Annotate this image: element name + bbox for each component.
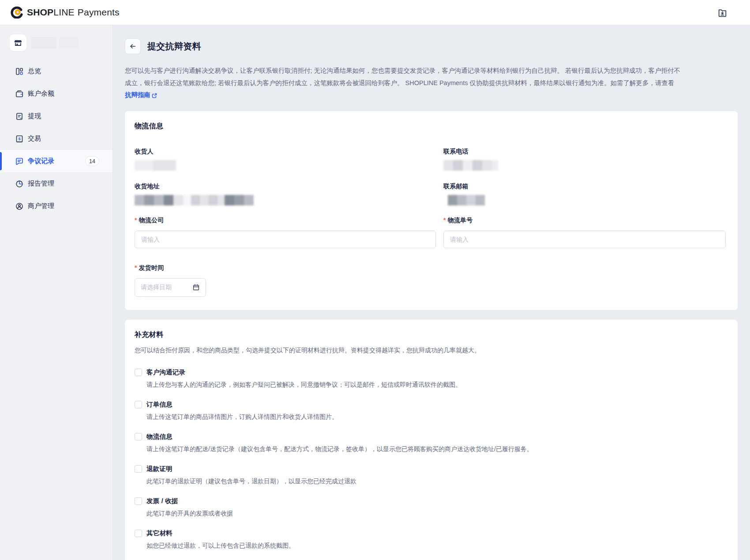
checkbox[interactable]: [135, 530, 142, 537]
intro-paragraph: 您可以先与客户进行沟通解决交易争议，让客户联系银行取消拒付; 无论沟通结果如何，…: [125, 65, 682, 101]
merchant-switcher[interactable]: [10, 34, 112, 51]
shopline-logo: SHOPLINEPayments: [11, 6, 120, 19]
shopline-logo-mark: [11, 6, 23, 19]
material-label[interactable]: 退款证明: [146, 465, 172, 473]
checkbox[interactable]: [135, 465, 142, 473]
sidebar-item-disputes[interactable]: 争议记录 14: [0, 150, 112, 172]
sidebar-item-label: 争议记录: [28, 157, 54, 165]
material-item-invoice: 发票 / 收据 此笔订单的开具的发票或者收据: [135, 497, 726, 518]
logistics-card-title: 物流信息: [135, 122, 726, 131]
material-desc: 此笔订单的开具的发票或者收据: [146, 509, 726, 518]
field-label: 联系电话: [443, 148, 726, 156]
field-consignee: 收货人: [135, 148, 436, 171]
sidebar-nav: 总览 账户余额 提现 $ 交易: [0, 60, 112, 217]
required-star: *: [135, 217, 137, 224]
sidebar-item-label: 账户余额: [28, 90, 54, 98]
dispute-count-badge: 14: [85, 156, 99, 166]
material-item-other: 其它材料 如您已经做过退款，可以上传包含已退款的系统截图。: [135, 529, 726, 550]
sidebar-item-account-balance[interactable]: 账户余额: [0, 82, 112, 105]
field-logistics-company: *物流公司: [135, 217, 436, 248]
field-ship-date: *发货时间 请选择日期: [135, 264, 726, 297]
checkbox[interactable]: [135, 433, 142, 441]
material-item-refund-proof: 退款证明 此笔订单的退款证明（建议包含单号，退款日期），以显示您已经完成过退款: [135, 465, 726, 486]
sidebar-item-label: 提现: [28, 112, 41, 120]
field-label: *物流单号: [443, 217, 726, 224]
redacted-value: [443, 160, 726, 171]
ship-date-picker[interactable]: 请选择日期: [135, 278, 206, 297]
withdraw-icon: [15, 112, 24, 121]
material-label[interactable]: 发票 / 收据: [146, 497, 178, 505]
material-label[interactable]: 物流信息: [146, 433, 172, 441]
required-star: *: [135, 264, 137, 271]
brand-line: LINE: [53, 7, 75, 18]
arrow-left-icon: [129, 42, 137, 50]
checkbox[interactable]: [135, 401, 142, 408]
logistics-company-input[interactable]: [135, 231, 436, 248]
field-label: 收货地址: [135, 183, 436, 190]
wallet-icon: [15, 90, 24, 98]
page-header: 提交抗辩资料: [125, 38, 738, 54]
sidebar-item-merchant[interactable]: 商户管理: [0, 195, 112, 217]
top-bar: SHOPLINEPayments: [0, 0, 750, 25]
logistics-input-grid: *物流公司 *物流单号: [135, 217, 726, 248]
material-desc: 此笔订单的退款证明（建议包含单号，退款日期），以显示您已经完成过退款: [146, 477, 726, 486]
download-button[interactable]: [716, 6, 729, 19]
external-link-icon: [151, 93, 158, 99]
field-label: 收货人: [135, 148, 436, 156]
defense-guide-link[interactable]: 抗辩指南: [125, 89, 158, 101]
field-label: 联系邮箱: [443, 183, 726, 190]
materials-card-subtitle: 您可以结合拒付原因，和您的商品类型，勾选并提交以下的证明材料进行抗辩。资料提交得…: [135, 345, 726, 355]
download-tray-icon: [717, 7, 728, 18]
field-label: *发货时间: [135, 264, 726, 272]
merchant-account-icon: [15, 202, 24, 211]
brand-product: Payments: [78, 7, 120, 18]
main-content: 提交抗辩资料 您可以先与客户进行沟通解决交易争议，让客户联系银行取消拒付; 无论…: [113, 25, 750, 560]
material-desc: 请上传您与客人的沟通的记录，例如客户疑问已被解决，同意撤销争议；可以是邮件，短信…: [146, 380, 726, 389]
dashboard-icon: [15, 67, 24, 76]
brand-shop: SHOP: [27, 7, 53, 18]
intro-text: 您可以先与客户进行沟通解决交易争议，让客户联系银行取消拒付; 无论沟通结果如何，…: [125, 67, 680, 86]
material-label[interactable]: 订单信息: [146, 400, 172, 409]
logistics-card: 物流信息 收货人 联系电话 收货地址 联系邮箱: [125, 111, 738, 310]
brand-text: SHOPLINEPayments: [27, 7, 120, 18]
field-address: 收货地址: [135, 183, 436, 206]
date-placeholder: 请选择日期: [141, 284, 172, 291]
sidebar-item-transactions[interactable]: $ 交易: [0, 127, 112, 150]
redacted-value: [135, 160, 436, 171]
material-desc: 请上传这笔订单的配送/送货记录（建议包含单号，配送方式，物流记录，签收单），以显…: [146, 444, 726, 454]
sidebar-item-label: 交易: [28, 134, 41, 143]
field-phone: 联系电话: [443, 148, 726, 171]
field-email: 联系邮箱: [443, 183, 726, 206]
field-tracking-number: *物流单号: [443, 217, 726, 248]
redacted-value: [135, 194, 436, 206]
svg-text:$: $: [19, 136, 21, 141]
defense-guide-label: 抗辩指南: [125, 89, 150, 101]
materials-card-title: 补充材料: [135, 330, 726, 340]
material-desc: 请上传这笔订单的商品详情图片，订购人详情图片和收货人详情图片。: [146, 412, 726, 422]
checkbox[interactable]: [135, 369, 142, 376]
material-item-communication: 客户沟通记录 请上传您与客人的沟通的记录，例如客户疑问已被解决，同意撤销争议；可…: [135, 368, 726, 389]
tracking-number-input[interactable]: [443, 231, 726, 248]
redacted-value: [443, 194, 726, 206]
calendar-icon: [192, 284, 200, 291]
sidebar-item-label: 总览: [28, 67, 41, 75]
checkbox[interactable]: [135, 497, 142, 505]
required-star: *: [443, 217, 446, 224]
report-pie-icon: [15, 179, 24, 188]
sidebar: 总览 账户余额 提现 $ 交易: [0, 25, 113, 560]
dispute-chat-icon: [15, 157, 24, 166]
sidebar-item-reports[interactable]: 报告管理: [0, 172, 112, 195]
sidebar-item-withdraw[interactable]: 提现: [0, 105, 112, 127]
material-label[interactable]: 其它材料: [146, 529, 172, 538]
materials-card: 补充材料 您可以结合拒付原因，和您的商品类型，勾选并提交以下的证明材料进行抗辩。…: [125, 320, 738, 560]
sidebar-item-label: 报告管理: [28, 179, 54, 188]
storefront-icon: [10, 34, 26, 51]
logistics-info-grid: 收货人 联系电话 收货地址 联系邮箱: [135, 148, 726, 206]
sidebar-item-label: 商户管理: [28, 202, 54, 210]
field-label: *物流公司: [135, 217, 436, 224]
material-label[interactable]: 客户沟通记录: [146, 368, 185, 377]
back-button[interactable]: [125, 38, 141, 54]
transaction-icon: $: [15, 134, 24, 143]
page-title: 提交抗辩资料: [147, 41, 201, 52]
sidebar-item-overview[interactable]: 总览: [0, 60, 112, 82]
